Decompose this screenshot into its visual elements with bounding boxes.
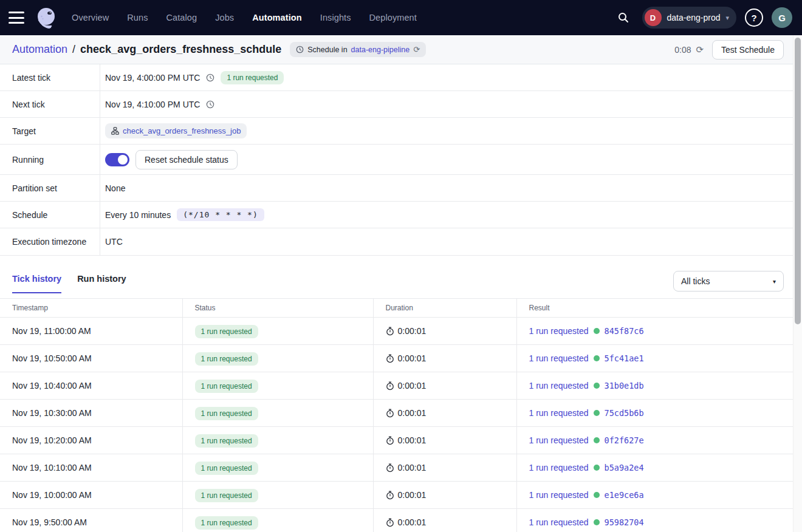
page-header: Automation / check_avg_orders_freshness_… (0, 35, 802, 64)
schedule-description: Every 10 minutes (105, 210, 171, 220)
run-id-link[interactable]: 31b0e1db (605, 381, 644, 390)
tick-timestamp: Nov 19, 10:00:00 AM (12, 490, 92, 500)
tick-timestamp: Nov 19, 10:50:00 AM (12, 353, 92, 363)
nav-item[interactable]: Automation (252, 13, 302, 22)
reset-schedule-status-button[interactable]: Reset schedule status (135, 150, 238, 169)
dagster-logo-icon[interactable] (34, 5, 58, 30)
prop-row-latest-tick: Latest tick Nov 19, 4:00:00 PM UTC 1 run… (0, 64, 802, 91)
table-row: Nov 19, 10:20:00 AM 1 run requested 0:00… (0, 427, 793, 454)
tick-result-link[interactable]: 1 run requested (529, 490, 589, 500)
repo-link[interactable]: data-eng-pipeline (351, 46, 410, 54)
run-id-link[interactable]: e1e9ce6a (605, 490, 644, 500)
tick-result-link[interactable]: 1 run requested (529, 435, 589, 445)
run-id-link[interactable]: 75cd5b6b (605, 408, 644, 418)
prop-row-partition-set: Partition set None (0, 175, 802, 202)
run-id-link[interactable]: b5a9a2e4 (605, 463, 644, 472)
nav-items: Overview Runs Catalog Jobs Automation In… (72, 13, 417, 22)
schedule-location-badge: Schedule in data-eng-pipeline ⟳ (290, 42, 426, 57)
tick-result-link[interactable]: 1 run requested (529, 326, 589, 336)
run-id-link[interactable]: 95982704 (605, 517, 644, 527)
tick-duration: 0:00:01 (398, 463, 427, 472)
history-tabs: Tick history Run history All ticks ▾ (0, 256, 802, 298)
nav-item[interactable]: Runs (127, 13, 148, 22)
run-status-dot-icon (594, 410, 600, 416)
search-icon[interactable] (613, 7, 634, 28)
tick-filter-select[interactable]: All ticks ▾ (673, 271, 784, 292)
tick-status-badge: 1 run requested (195, 407, 258, 420)
table-row: Nov 19, 10:10:00 AM 1 run requested 0:00… (0, 454, 793, 482)
tick-result-link[interactable]: 1 run requested (529, 517, 589, 527)
tick-status-badge: 1 run requested (195, 462, 258, 475)
cron-expression: (*/10 * * * *) (177, 208, 264, 221)
tick-duration: 0:00:01 (398, 490, 427, 500)
user-avatar[interactable]: G (772, 7, 792, 28)
workspace-switcher[interactable]: D data-eng-prod ▾ (642, 7, 736, 29)
table-row: Nov 19, 10:50:00 AM 1 run requested 0:00… (0, 345, 793, 372)
tab-run-history[interactable]: Run history (77, 274, 126, 293)
nav-item[interactable]: Insights (320, 13, 351, 22)
run-status-dot-icon (594, 383, 600, 389)
tick-duration: 0:00:01 (398, 326, 427, 336)
nav-item[interactable]: Deployment (369, 13, 417, 22)
running-toggle[interactable] (105, 153, 129, 166)
menu-hamburger-icon[interactable] (9, 12, 24, 24)
run-status-dot-icon (594, 437, 600, 443)
prop-row-target: Target check_avg_orders_freshness_job (0, 118, 802, 145)
table-header-row: Timestamp Status Duration Result (0, 299, 793, 318)
table-row: Nov 19, 10:00:00 AM 1 run requested 0:00… (0, 482, 793, 509)
tab-tick-history[interactable]: Tick history (12, 274, 61, 293)
prop-label: Partition set (0, 175, 100, 201)
workspace-name: data-eng-prod (667, 13, 721, 22)
stopwatch-icon (386, 518, 394, 527)
nav-item[interactable]: Jobs (215, 13, 234, 22)
vertical-scrollbar-thumb[interactable] (795, 38, 801, 324)
tick-filter-value: All ticks (681, 276, 710, 286)
col-header-duration: Duration (373, 299, 516, 318)
table-row: Nov 19, 9:50:00 AM 1 run requested 0:00:… (0, 509, 793, 532)
tick-status-badge: 1 run requested (195, 352, 258, 366)
stopwatch-icon (386, 354, 394, 363)
refresh-icon[interactable]: ⟳ (696, 44, 704, 55)
test-schedule-button[interactable]: Test Schedule (712, 40, 784, 60)
tick-duration: 0:00:01 (398, 517, 427, 527)
tick-result-link[interactable]: 1 run requested (529, 408, 589, 418)
col-header-status: Status (182, 299, 373, 318)
tick-timestamp: Nov 19, 10:30:00 AM (12, 408, 92, 418)
vertical-scrollbar-track[interactable] (793, 35, 802, 532)
prop-row-next-tick: Next tick Nov 19, 4:10:00 PM UTC (0, 91, 802, 118)
run-id-link[interactable]: 0f2f627e (605, 435, 644, 445)
prop-label: Next tick (0, 91, 100, 117)
schedule-properties: Latest tick Nov 19, 4:00:00 PM UTC 1 run… (0, 64, 802, 256)
run-status-dot-icon (594, 328, 600, 334)
tick-duration: 0:00:01 (398, 435, 427, 445)
nav-item[interactable]: Catalog (166, 13, 197, 22)
target-job-link[interactable]: check_avg_orders_freshness_job (123, 126, 241, 135)
tick-timestamp: Nov 19, 10:10:00 AM (12, 463, 92, 472)
timezone-value: UTC (105, 237, 123, 247)
partition-set-value: None (105, 183, 125, 193)
prop-row-execution-timezone: Execution timezone UTC (0, 228, 802, 255)
stopwatch-icon (386, 409, 394, 418)
table-row: Nov 19, 10:40:00 AM 1 run requested 0:00… (0, 372, 793, 400)
tick-status-badge: 1 run requested (195, 325, 258, 338)
help-icon[interactable]: ? (745, 9, 763, 27)
run-id-link[interactable]: 845f87c6 (605, 326, 644, 336)
stopwatch-icon (386, 327, 394, 336)
prop-label: Target (0, 118, 100, 144)
tick-result-link[interactable]: 1 run requested (529, 463, 589, 472)
prop-row-schedule: Schedule Every 10 minutes (*/10 * * * *) (0, 202, 802, 228)
reload-repo-icon[interactable]: ⟳ (413, 45, 420, 54)
nav-item[interactable]: Overview (72, 13, 109, 22)
col-header-timestamp: Timestamp (0, 299, 182, 318)
tick-timestamp: Nov 19, 11:00:00 AM (12, 326, 91, 336)
tick-timestamp: Nov 19, 10:20:00 AM (12, 435, 92, 445)
tick-result-link[interactable]: 1 run requested (529, 381, 589, 390)
chevron-down-icon: ▾ (725, 14, 729, 22)
run-id-link[interactable]: 5fc41ae1 (605, 353, 644, 363)
prop-label: Latest tick (0, 64, 100, 90)
breadcrumb-automation-link[interactable]: Automation (12, 43, 67, 56)
tick-result-link[interactable]: 1 run requested (529, 353, 589, 363)
clock-icon (206, 100, 214, 109)
tick-duration: 0:00:01 (398, 353, 427, 363)
stopwatch-icon (386, 463, 394, 472)
